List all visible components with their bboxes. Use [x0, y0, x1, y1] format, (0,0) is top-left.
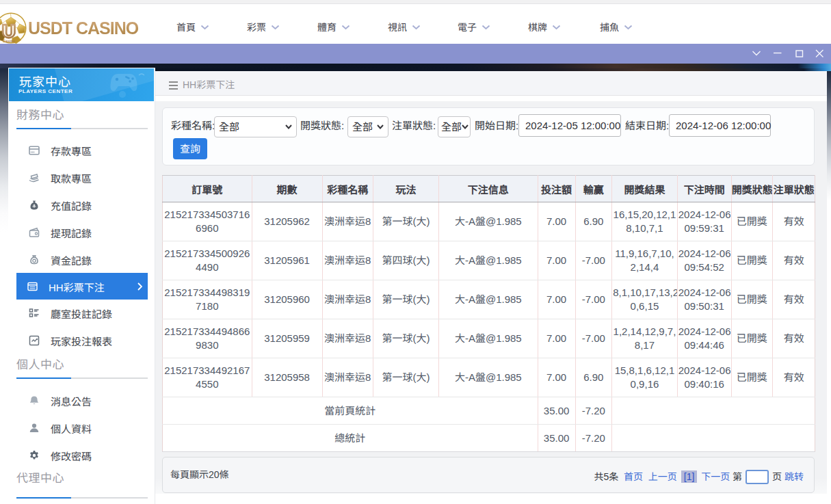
svg-text:Casino: Casino	[3, 39, 16, 43]
